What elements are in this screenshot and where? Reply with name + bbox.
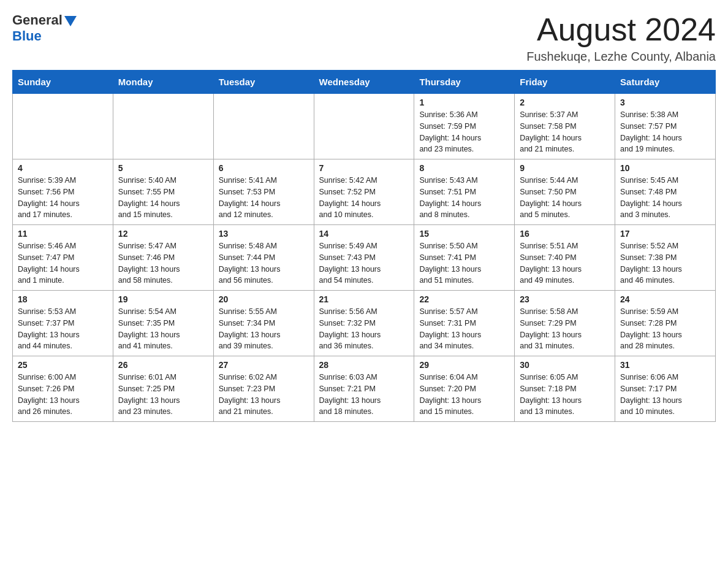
calendar-header-row: SundayMondayTuesdayWednesdayThursdayFrid… <box>13 71 716 94</box>
day-number: 31 <box>620 360 710 370</box>
day-number: 22 <box>419 294 509 304</box>
day-info: Sunrise: 5:54 AMSunset: 7:35 PMDaylight:… <box>118 306 208 352</box>
day-info: Sunrise: 5:45 AMSunset: 7:48 PMDaylight:… <box>620 175 710 221</box>
calendar-day-10: 10Sunrise: 5:45 AMSunset: 7:48 PMDayligh… <box>615 159 716 225</box>
calendar-day-28: 28Sunrise: 6:03 AMSunset: 7:21 PMDayligh… <box>314 356 414 422</box>
calendar-day-22: 22Sunrise: 5:57 AMSunset: 7:31 PMDayligh… <box>414 291 515 356</box>
day-info: Sunrise: 5:38 AMSunset: 7:57 PMDaylight:… <box>620 109 710 155</box>
day-info: Sunrise: 5:48 AMSunset: 7:44 PMDaylight:… <box>219 240 309 286</box>
calendar-day-25: 25Sunrise: 6:00 AMSunset: 7:26 PMDayligh… <box>13 356 113 422</box>
calendar-day-26: 26Sunrise: 6:01 AMSunset: 7:25 PMDayligh… <box>113 356 213 422</box>
day-info: Sunrise: 5:37 AMSunset: 7:58 PMDaylight:… <box>520 109 610 155</box>
day-number: 6 <box>219 163 309 173</box>
calendar-day-12: 12Sunrise: 5:47 AMSunset: 7:46 PMDayligh… <box>113 225 213 291</box>
calendar-day-29: 29Sunrise: 6:04 AMSunset: 7:20 PMDayligh… <box>414 356 515 422</box>
calendar-day-15: 15Sunrise: 5:50 AMSunset: 7:41 PMDayligh… <box>414 225 515 291</box>
calendar-week-row: 1Sunrise: 5:36 AMSunset: 7:59 PMDaylight… <box>13 94 716 159</box>
day-number: 20 <box>219 294 309 304</box>
day-number: 9 <box>520 163 610 173</box>
calendar-day-6: 6Sunrise: 5:41 AMSunset: 7:53 PMDaylight… <box>213 159 314 225</box>
day-number: 18 <box>18 294 108 304</box>
day-info: Sunrise: 5:57 AMSunset: 7:31 PMDaylight:… <box>419 306 509 352</box>
calendar-week-row: 25Sunrise: 6:00 AMSunset: 7:26 PMDayligh… <box>13 356 716 422</box>
calendar-day-18: 18Sunrise: 5:53 AMSunset: 7:37 PMDayligh… <box>13 291 113 356</box>
calendar-day-20: 20Sunrise: 5:55 AMSunset: 7:34 PMDayligh… <box>213 291 314 356</box>
page-title: August 2024 <box>526 12 716 47</box>
day-info: Sunrise: 5:50 AMSunset: 7:41 PMDaylight:… <box>419 240 509 286</box>
day-number: 17 <box>620 229 710 239</box>
calendar-header-tuesday: Tuesday <box>213 71 314 94</box>
calendar-day-empty <box>13 94 113 159</box>
day-number: 30 <box>520 360 610 370</box>
calendar-day-empty <box>213 94 314 159</box>
day-info: Sunrise: 5:51 AMSunset: 7:40 PMDaylight:… <box>520 240 610 286</box>
calendar-week-row: 4Sunrise: 5:39 AMSunset: 7:56 PMDaylight… <box>13 159 716 225</box>
day-number: 1 <box>419 98 509 107</box>
page-subtitle: Fushekuqe, Lezhe County, Albania <box>526 50 716 64</box>
day-number: 15 <box>419 229 509 239</box>
day-number: 16 <box>520 229 610 239</box>
day-info: Sunrise: 5:41 AMSunset: 7:53 PMDaylight:… <box>219 175 309 221</box>
day-info: Sunrise: 5:39 AMSunset: 7:56 PMDaylight:… <box>18 175 108 221</box>
day-info: Sunrise: 6:00 AMSunset: 7:26 PMDaylight:… <box>18 372 108 418</box>
calendar-header-friday: Friday <box>515 71 615 94</box>
day-number: 2 <box>520 98 610 107</box>
calendar-header-thursday: Thursday <box>414 71 515 94</box>
day-number: 21 <box>319 294 409 304</box>
day-number: 10 <box>620 163 710 173</box>
calendar-day-3: 3Sunrise: 5:38 AMSunset: 7:57 PMDaylight… <box>615 94 716 159</box>
calendar-day-empty <box>113 94 213 159</box>
logo-arrow-icon <box>64 16 77 26</box>
header: General Blue August 2024 Fushekuqe, Lezh… <box>12 12 716 64</box>
calendar-day-27: 27Sunrise: 6:02 AMSunset: 7:23 PMDayligh… <box>213 356 314 422</box>
day-info: Sunrise: 5:52 AMSunset: 7:38 PMDaylight:… <box>620 240 710 286</box>
day-info: Sunrise: 5:46 AMSunset: 7:47 PMDaylight:… <box>18 240 108 286</box>
day-info: Sunrise: 5:47 AMSunset: 7:46 PMDaylight:… <box>118 240 208 286</box>
day-number: 28 <box>319 360 409 370</box>
calendar-day-14: 14Sunrise: 5:49 AMSunset: 7:43 PMDayligh… <box>314 225 414 291</box>
day-info: Sunrise: 5:56 AMSunset: 7:32 PMDaylight:… <box>319 306 409 352</box>
day-number: 5 <box>118 163 208 173</box>
calendar-day-24: 24Sunrise: 5:59 AMSunset: 7:28 PMDayligh… <box>615 291 716 356</box>
calendar-day-31: 31Sunrise: 6:06 AMSunset: 7:17 PMDayligh… <box>615 356 716 422</box>
calendar-day-1: 1Sunrise: 5:36 AMSunset: 7:59 PMDaylight… <box>414 94 515 159</box>
day-info: Sunrise: 5:55 AMSunset: 7:34 PMDaylight:… <box>219 306 309 352</box>
day-number: 14 <box>319 229 409 239</box>
day-info: Sunrise: 6:03 AMSunset: 7:21 PMDaylight:… <box>319 372 409 418</box>
day-info: Sunrise: 5:49 AMSunset: 7:43 PMDaylight:… <box>319 240 409 286</box>
day-number: 13 <box>219 229 309 239</box>
calendar-day-19: 19Sunrise: 5:54 AMSunset: 7:35 PMDayligh… <box>113 291 213 356</box>
day-number: 8 <box>419 163 509 173</box>
calendar-day-4: 4Sunrise: 5:39 AMSunset: 7:56 PMDaylight… <box>13 159 113 225</box>
day-info: Sunrise: 5:53 AMSunset: 7:37 PMDaylight:… <box>18 306 108 352</box>
day-info: Sunrise: 5:36 AMSunset: 7:59 PMDaylight:… <box>419 109 509 155</box>
day-info: Sunrise: 6:01 AMSunset: 7:25 PMDaylight:… <box>118 372 208 418</box>
calendar-day-8: 8Sunrise: 5:43 AMSunset: 7:51 PMDaylight… <box>414 159 515 225</box>
logo-blue: Blue <box>12 28 42 44</box>
calendar-week-row: 11Sunrise: 5:46 AMSunset: 7:47 PMDayligh… <box>13 225 716 291</box>
calendar-day-21: 21Sunrise: 5:56 AMSunset: 7:32 PMDayligh… <box>314 291 414 356</box>
title-section: August 2024 Fushekuqe, Lezhe County, Alb… <box>526 12 716 64</box>
day-number: 23 <box>520 294 610 304</box>
day-number: 25 <box>18 360 108 370</box>
day-number: 7 <box>319 163 409 173</box>
day-info: Sunrise: 5:42 AMSunset: 7:52 PMDaylight:… <box>319 175 409 221</box>
logo: General Blue <box>12 12 77 44</box>
day-info: Sunrise: 5:44 AMSunset: 7:50 PMDaylight:… <box>520 175 610 221</box>
day-number: 19 <box>118 294 208 304</box>
day-info: Sunrise: 5:40 AMSunset: 7:55 PMDaylight:… <box>118 175 208 221</box>
calendar-header-saturday: Saturday <box>615 71 716 94</box>
day-number: 12 <box>118 229 208 239</box>
day-info: Sunrise: 6:05 AMSunset: 7:18 PMDaylight:… <box>520 372 610 418</box>
calendar-day-17: 17Sunrise: 5:52 AMSunset: 7:38 PMDayligh… <box>615 225 716 291</box>
calendar-header-monday: Monday <box>113 71 213 94</box>
day-number: 29 <box>419 360 509 370</box>
calendar-day-7: 7Sunrise: 5:42 AMSunset: 7:52 PMDaylight… <box>314 159 414 225</box>
calendar-week-row: 18Sunrise: 5:53 AMSunset: 7:37 PMDayligh… <box>13 291 716 356</box>
day-number: 11 <box>18 229 108 239</box>
calendar-day-2: 2Sunrise: 5:37 AMSunset: 7:58 PMDaylight… <box>515 94 615 159</box>
calendar-day-9: 9Sunrise: 5:44 AMSunset: 7:50 PMDaylight… <box>515 159 615 225</box>
calendar-header-sunday: Sunday <box>13 71 113 94</box>
day-info: Sunrise: 5:59 AMSunset: 7:28 PMDaylight:… <box>620 306 710 352</box>
day-info: Sunrise: 5:58 AMSunset: 7:29 PMDaylight:… <box>520 306 610 352</box>
